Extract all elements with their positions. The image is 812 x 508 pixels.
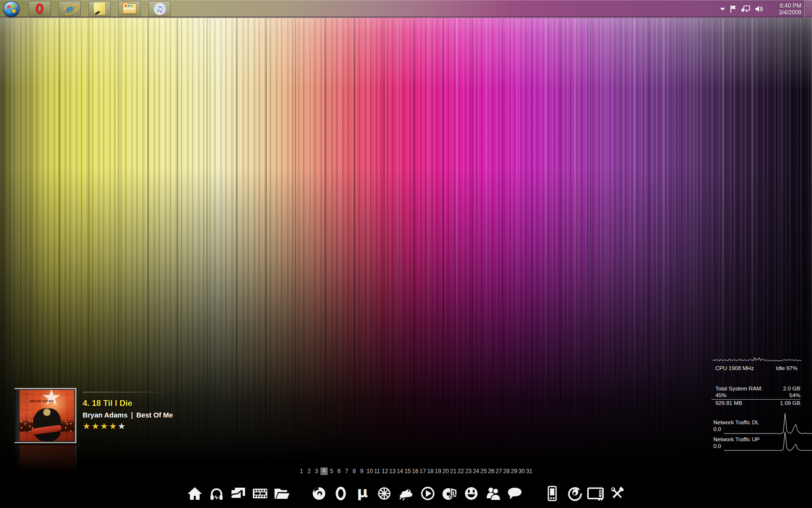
dock-itunes[interactable] [441,484,459,502]
calendar-strip: 1234567891011121314151617181920212223242… [299,467,534,476]
dock-opera[interactable] [332,484,350,502]
pictures-icon [230,485,247,502]
network-icon[interactable] [741,4,751,14]
show-desktop-button[interactable] [804,0,812,18]
calendar-day: 21 [450,468,456,475]
play-icon [419,485,436,502]
dock-documents[interactable] [273,484,291,502]
firefox-icon [310,485,328,502]
calendar-day: 23 [465,468,471,475]
dock-chat[interactable] [506,484,524,502]
net-up-graph [724,430,812,451]
disc-burn-icon [565,485,582,502]
album-art[interactable]: ★ BRYAN ADAMS [14,388,76,443]
track-title: 4. 18 Til I Die [83,399,187,408]
dock-contacts[interactable] [484,484,502,502]
artist-name: Bryan Adams [83,411,128,419]
taskbar-button-internet-explorer[interactable]: e [58,1,81,16]
speaker-icon[interactable] [754,4,764,14]
dock-frog[interactable] [397,484,415,502]
dock-messenger-smiley[interactable] [463,484,480,502]
dock-home[interactable] [186,484,204,502]
calendar-day: 20 [442,468,448,475]
calendar-day: 2 [306,468,312,475]
dock-utorrent[interactable]: µ [354,484,372,502]
calendar-day: 31 [526,468,532,475]
clock-date: 3/4/2009 [769,9,801,16]
calendar-day: 10 [366,468,372,475]
dock-phone[interactable] [543,484,561,502]
opera-icon [36,3,44,14]
smiley-icon [463,485,480,502]
start-button[interactable] [3,1,19,17]
calendar-day: 3 [314,468,319,475]
taskbar-button-itunes[interactable]: ♫ [148,1,171,16]
dock-pictures[interactable] [230,484,247,502]
dock-firefox[interactable] [310,484,328,502]
calendar-day: 7 [344,468,349,475]
windows-orb-icon [7,4,15,14]
sticky-note-icon [93,2,105,15]
system-monitor-widget: CPU 1908 MHz Idle 97% Total System RAM: … [710,355,812,459]
contacts-icon [484,485,502,502]
headphones-icon [208,485,225,502]
dock: µ [0,478,812,508]
ram-title: Total System RAM: [715,386,763,392]
chevron-down-icon[interactable] [720,8,725,11]
calendar-day: 24 [473,468,478,475]
calendar-day: 17 [420,468,425,475]
calendar-day: 12 [382,468,388,475]
calendar-day: 25 [480,468,486,475]
dock-media-player[interactable] [419,484,437,502]
taskbar: e ♫ [0,0,812,18]
cpu-idle-label: Idle 97% [776,365,798,371]
dock-videos[interactable] [251,484,269,502]
taskbar-clock[interactable]: 6:40 PM 3/4/2009 [769,2,801,16]
opera-icon [332,485,349,502]
desktop-screen: { "taskbar": { "buttons": [ {"name": "st… [0,0,812,508]
cpu-label: CPU 1908 MHz [715,365,754,371]
star-empty: ★ [118,421,127,431]
calendar-day: 9 [359,468,364,475]
calendar-day: 6 [336,468,342,475]
dock-disc-burner[interactable] [565,484,583,502]
calendar-day: 26 [488,468,494,475]
calendar-day: 29 [511,468,517,475]
itunes-disc-icon: ♫ [153,2,166,15]
phone-icon [543,485,561,502]
ram-used-pct: 45% [715,392,726,399]
ram-block: Total System RAM: 2.0 GB 45% 54% 929.81 … [715,386,800,407]
ram-used: 929.81 MB [715,400,742,407]
utorrent-icon: µ [357,485,368,500]
tv-icon [587,485,604,502]
tools-icon [609,485,626,502]
home-icon [186,485,203,502]
taskbar-button-sticky-notes[interactable] [88,1,111,16]
net-dl-value: 0.0 [713,426,721,432]
cover-artist-text: BRYAN ADAMS [30,400,54,403]
calendar-day: 8 [351,468,357,475]
chat-bubble-icon [506,485,523,502]
dock-tv[interactable] [587,484,605,502]
divider [711,399,800,400]
folder-icon [122,3,137,14]
ie-icon: e [62,2,77,15]
itunes-disc-icon [441,485,458,502]
taskbar-button-opera[interactable] [29,1,51,16]
divider [83,392,172,392]
flag-icon[interactable] [729,4,737,14]
dock-music[interactable] [208,484,226,502]
dock-wheel[interactable] [376,484,393,502]
ram-total: 2.0 GB [783,386,800,392]
frog-icon [397,485,415,502]
cpu-graph [712,356,801,364]
clock-time: 6:40 PM [769,2,801,9]
taskbar-button-explorer[interactable] [118,1,141,16]
net-up-value: 0.0 [713,443,721,449]
star-rating[interactable]: ★★★★★ [83,421,187,431]
stars-filled: ★★★★ [83,421,118,431]
calendar-day: 30 [518,468,524,475]
dock-tools[interactable] [609,484,626,502]
calendar-day: 14 [397,468,403,475]
calendar-day: 16 [412,468,418,475]
